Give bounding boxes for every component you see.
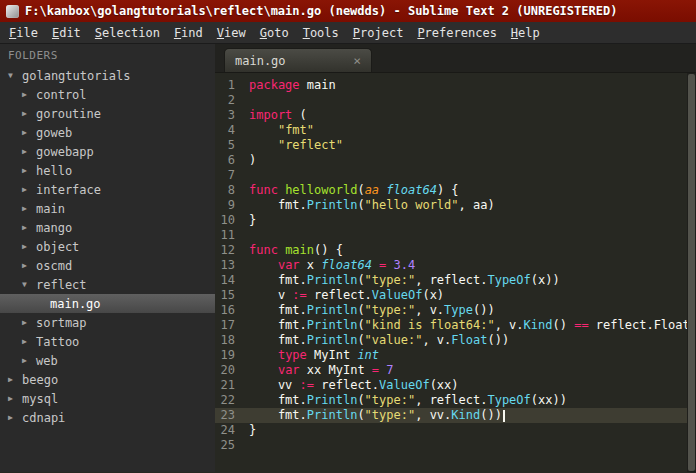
- tree-item-label: main: [36, 202, 65, 216]
- code-line-22[interactable]: 22 fmt.Println("type:", reflect.TypeOf(x…: [215, 393, 696, 408]
- tree-item-hello[interactable]: ▶hello: [0, 161, 215, 180]
- code-line-15[interactable]: 15 v := reflect.ValueOf(x): [215, 288, 696, 303]
- menu-item-preferences[interactable]: Preferences: [410, 24, 503, 42]
- code-line-13[interactable]: 13 var x float64 = 3.4: [215, 258, 696, 273]
- code-line-11[interactable]: 11: [215, 228, 696, 243]
- code-line-21[interactable]: 21 vv := reflect.ValueOf(xx): [215, 378, 696, 393]
- chevron-right-icon[interactable]: ▶: [22, 356, 36, 365]
- line-number: 9: [215, 198, 249, 213]
- code-line-5[interactable]: 5 "reflect": [215, 138, 696, 153]
- chevron-right-icon[interactable]: ▶: [22, 166, 36, 175]
- tree-item-label: mysql: [22, 392, 58, 406]
- code-line-8[interactable]: 8func helloworld(aa float64) {: [215, 183, 696, 198]
- menu-item-tools[interactable]: Tools: [296, 24, 346, 42]
- code-text: fmt.Println("type:", reflect.TypeOf(x)): [249, 273, 560, 288]
- code-text: fmt.Println("type:", reflect.TypeOf(xx)): [249, 393, 567, 408]
- menu-item-project[interactable]: Project: [346, 24, 411, 42]
- code-line-25[interactable]: 25: [215, 438, 696, 453]
- chevron-right-icon[interactable]: ▶: [22, 261, 36, 270]
- tab-close-icon[interactable]: ×: [353, 54, 361, 67]
- code-line-4[interactable]: 4 "fmt": [215, 123, 696, 138]
- code-line-10[interactable]: 10}: [215, 213, 696, 228]
- code-line-9[interactable]: 9 fmt.Println("hello world", aa): [215, 198, 696, 213]
- menu-item-goto[interactable]: Goto: [253, 24, 296, 42]
- menu-item-selection[interactable]: Selection: [88, 24, 167, 42]
- code-line-23[interactable]: 23 fmt.Println("type:", vv.Kind()): [215, 408, 696, 423]
- tree-item-label: web: [36, 354, 58, 368]
- window-titlebar[interactable]: F:\kanbox\golangtutorials\reflect\main.g…: [0, 0, 696, 22]
- tree-item-label: object: [36, 240, 79, 254]
- code-area[interactable]: 1package main23import (4 "fmt"5 "reflect…: [215, 73, 696, 472]
- line-number: 22: [215, 393, 249, 408]
- code-line-6[interactable]: 6): [215, 153, 696, 168]
- tree-item-golangtutorials[interactable]: ▼golangtutorials: [0, 66, 215, 85]
- main-layout: FOLDERS ▼golangtutorials▶control▶gorouti…: [0, 44, 696, 472]
- tree-item-gowebapp[interactable]: ▶gowebapp: [0, 142, 215, 161]
- tree-item-main[interactable]: ▶main: [0, 199, 215, 218]
- scrollbar-thumb[interactable]: [688, 74, 695, 471]
- tree-item-goweb[interactable]: ▶goweb: [0, 123, 215, 142]
- tab-main-go[interactable]: main.go ×: [224, 48, 372, 72]
- menu-item-find[interactable]: Find: [167, 24, 210, 42]
- chevron-right-icon[interactable]: ▶: [8, 413, 22, 422]
- line-number: 7: [215, 168, 249, 183]
- menu-item-help[interactable]: Help: [504, 24, 547, 42]
- menu-item-view[interactable]: View: [210, 24, 253, 42]
- code-line-17[interactable]: 17 fmt.Println("kind is float64:", v.Kin…: [215, 318, 696, 333]
- code-line-20[interactable]: 20 var xx MyInt = 7: [215, 363, 696, 378]
- code-line-24[interactable]: 24}: [215, 423, 696, 438]
- menu-item-edit[interactable]: Edit: [45, 24, 88, 42]
- tree-item-object[interactable]: ▶object: [0, 237, 215, 256]
- tab-bar: main.go ×: [215, 44, 696, 73]
- chevron-right-icon[interactable]: ▶: [22, 147, 36, 156]
- tree-item-label: goweb: [36, 126, 72, 140]
- chevron-right-icon[interactable]: ▶: [22, 109, 36, 118]
- line-number: 11: [215, 228, 249, 243]
- tree-item-main-go[interactable]: main.go: [0, 294, 215, 313]
- tree-item-interface[interactable]: ▶interface: [0, 180, 215, 199]
- chevron-down-icon[interactable]: ▼: [8, 71, 22, 80]
- tree-item-web[interactable]: ▶web: [0, 351, 215, 370]
- chevron-right-icon[interactable]: ▶: [8, 394, 22, 403]
- tree-item-oscmd[interactable]: ▶oscmd: [0, 256, 215, 275]
- code-line-1[interactable]: 1package main: [215, 78, 696, 93]
- tree-item-goroutine[interactable]: ▶goroutine: [0, 104, 215, 123]
- code-line-14[interactable]: 14 fmt.Println("type:", reflect.TypeOf(x…: [215, 273, 696, 288]
- code-line-12[interactable]: 12func main() {: [215, 243, 696, 258]
- tree-item-tattoo[interactable]: ▶Tattoo: [0, 332, 215, 351]
- code-text: }: [249, 423, 256, 438]
- tree-item-reflect[interactable]: ▼reflect: [0, 275, 215, 294]
- code-line-18[interactable]: 18 fmt.Println("value:", v.Float()): [215, 333, 696, 348]
- tree-item-label: beego: [22, 373, 58, 387]
- tree-item-control[interactable]: ▶control: [0, 85, 215, 104]
- code-line-2[interactable]: 2: [215, 93, 696, 108]
- code-line-19[interactable]: 19 type MyInt int: [215, 348, 696, 363]
- menu-item-file[interactable]: File: [2, 24, 45, 42]
- chevron-right-icon[interactable]: ▶: [22, 337, 36, 346]
- chevron-right-icon[interactable]: ▶: [22, 90, 36, 99]
- chevron-right-icon[interactable]: ▶: [22, 242, 36, 251]
- code-line-16[interactable]: 16 fmt.Println("type:", v.Type()): [215, 303, 696, 318]
- code-text: fmt.Println("hello world", aa): [249, 198, 495, 213]
- chevron-right-icon[interactable]: ▶: [22, 318, 36, 327]
- line-number: 6: [215, 153, 249, 168]
- chevron-down-icon[interactable]: ▼: [22, 280, 36, 289]
- editor-vertical-scrollbar[interactable]: [687, 73, 696, 472]
- tree-item-label: main.go: [50, 297, 101, 311]
- tree-item-label: mango: [36, 221, 72, 235]
- chevron-right-icon[interactable]: ▶: [22, 185, 36, 194]
- tree-item-mango[interactable]: ▶mango: [0, 218, 215, 237]
- code-text: fmt.Println("type:", v.Type()): [249, 303, 495, 318]
- chevron-right-icon[interactable]: ▶: [22, 128, 36, 137]
- chevron-right-icon[interactable]: ▶: [22, 204, 36, 213]
- tree-item-beego[interactable]: ▶beego: [0, 370, 215, 389]
- code-line-7[interactable]: 7: [215, 168, 696, 183]
- line-number: 10: [215, 213, 249, 228]
- tree-item-mysql[interactable]: ▶mysql: [0, 389, 215, 408]
- line-number: 8: [215, 183, 249, 198]
- tree-item-sortmap[interactable]: ▶sortmap: [0, 313, 215, 332]
- chevron-right-icon[interactable]: ▶: [22, 223, 36, 232]
- code-line-3[interactable]: 3import (: [215, 108, 696, 123]
- chevron-right-icon[interactable]: ▶: [8, 375, 22, 384]
- tree-item-cdnapi[interactable]: ▶cdnapi: [0, 408, 215, 427]
